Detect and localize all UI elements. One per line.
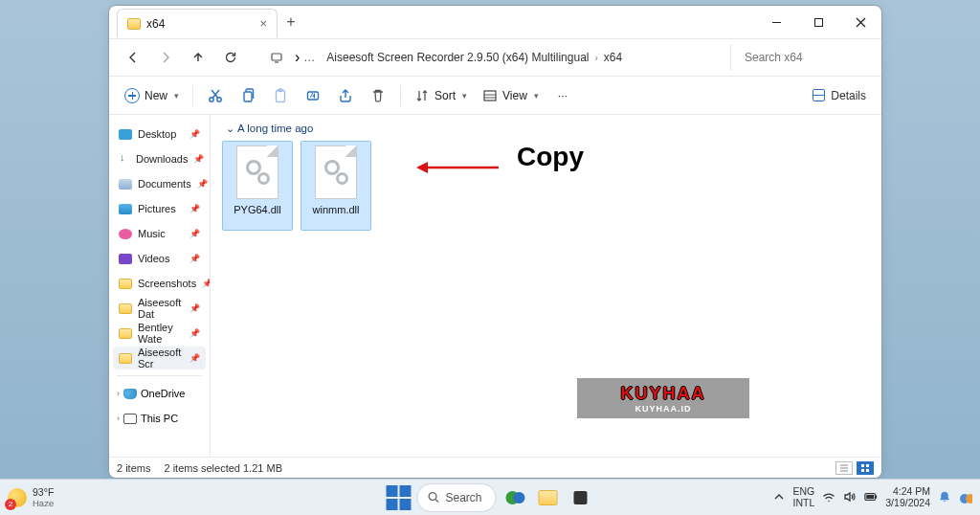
- sidebar-item-documents[interactable]: Documents📌: [113, 172, 206, 195]
- search-input[interactable]: [730, 44, 872, 71]
- folder-icon: [127, 18, 141, 30]
- watermark-title: KUYHAA: [620, 384, 705, 404]
- pin-icon: 📌: [189, 328, 200, 338]
- svg-rect-1: [814, 18, 822, 26]
- tray-expand-icon[interactable]: [772, 490, 786, 505]
- sidebar-tree-thispc[interactable]: ›This PC: [113, 407, 206, 430]
- sort-button[interactable]: Sort▾: [409, 81, 473, 110]
- dll-file-icon: [236, 146, 278, 199]
- divider: [117, 375, 202, 376]
- up-button[interactable]: [184, 43, 212, 72]
- taskbar-search[interactable]: Search: [416, 483, 496, 512]
- tab-x64[interactable]: x64 ×: [117, 9, 278, 37]
- sidebar-item-desktop[interactable]: Desktop📌: [113, 123, 206, 146]
- chevron-right-icon: ›: [295, 49, 300, 66]
- content-pane[interactable]: A long time ago PYG64.dll winmm.dll Copy: [211, 115, 881, 457]
- breadcrumb-current[interactable]: x64: [604, 51, 622, 64]
- new-tab-button[interactable]: +: [278, 13, 304, 31]
- window-controls: [755, 6, 881, 38]
- sidebar-item-bentley-wate[interactable]: Bentley Wate📌: [113, 322, 206, 345]
- svg-rect-9: [277, 90, 285, 101]
- file-item[interactable]: PYG64.dll: [222, 141, 293, 231]
- folder-icon: [539, 490, 558, 505]
- sidebar-item-music[interactable]: Music📌: [113, 222, 206, 245]
- taskbar-file-explorer[interactable]: [535, 484, 562, 511]
- sidebar-item-downloads[interactable]: Downloads📌: [113, 147, 206, 170]
- taskbar: 2 93°F Haze Search ENG INTL 4:24 PM 3/19…: [0, 479, 980, 515]
- folder-icon: [119, 328, 132, 339]
- svg-rect-23: [866, 464, 869, 467]
- badge: 2: [5, 499, 16, 510]
- refresh-button[interactable]: [216, 43, 245, 72]
- tab-title: x64: [146, 17, 165, 31]
- breadcrumb-ellipsis[interactable]: …: [303, 51, 315, 64]
- sidebar-item-aiseesoft-scr[interactable]: Aiseesoft Scr📌: [113, 347, 206, 369]
- view-button[interactable]: View▾: [477, 81, 545, 110]
- forward-button[interactable]: [151, 43, 180, 72]
- status-selection: 2 items selected 1.21 MB: [164, 462, 282, 474]
- wifi-icon[interactable]: [822, 490, 835, 505]
- sidebar-item-aiseesoft-dat[interactable]: Aiseesoft Dat📌: [113, 297, 206, 320]
- share-button[interactable]: [331, 81, 360, 110]
- maximize-button[interactable]: [797, 6, 839, 38]
- file-item[interactable]: winmm.dll: [301, 141, 371, 231]
- delete-button[interactable]: [364, 81, 392, 110]
- battery-icon[interactable]: [864, 490, 878, 505]
- svg-point-6: [210, 97, 213, 101]
- close-window-button[interactable]: [839, 6, 881, 38]
- desktop-icon: [119, 129, 132, 140]
- breadcrumb-parent[interactable]: Aiseesoft Screen Recorder 2.9.50 (x64) M…: [326, 51, 589, 64]
- details-icon: [813, 89, 825, 101]
- svg-rect-14: [484, 91, 496, 101]
- pc-icon[interactable]: [262, 43, 291, 72]
- back-button[interactable]: [119, 43, 147, 72]
- svg-point-7: [217, 97, 221, 101]
- folder-icon: [119, 303, 132, 314]
- rename-button[interactable]: A: [299, 81, 327, 110]
- watermark: KUYHAA KUYHAA.ID: [577, 378, 749, 418]
- language-indicator[interactable]: ENG INTL: [793, 486, 815, 508]
- pin-icon: 📌: [189, 229, 200, 238]
- svg-rect-22: [861, 464, 864, 467]
- svg-line-27: [435, 500, 438, 503]
- new-button[interactable]: New▾: [119, 81, 185, 110]
- svg-rect-24: [861, 469, 864, 472]
- notifications-icon[interactable]: [938, 490, 951, 505]
- cut-button[interactable]: [201, 81, 230, 110]
- paste-button[interactable]: [266, 81, 295, 110]
- svg-marker-18: [416, 162, 428, 173]
- sidebar-item-videos[interactable]: Videos📌: [113, 247, 206, 270]
- group-header[interactable]: A long time ago: [226, 123, 870, 135]
- copilot-icon[interactable]: [959, 490, 972, 505]
- videos-icon: [119, 254, 132, 264]
- sidebar-item-pictures[interactable]: Pictures📌: [113, 197, 206, 220]
- pictures-icon: [119, 204, 132, 214]
- start-button[interactable]: [386, 485, 411, 510]
- sidebar-item-screenshots[interactable]: Screenshots📌: [113, 272, 206, 295]
- view-switch-details[interactable]: [835, 461, 853, 475]
- file-name-label: winmm.dll: [313, 204, 360, 215]
- divider: [192, 85, 193, 106]
- file-explorer-window: x64 × + › … Aiseesoft Screen Recorder 2.…: [108, 5, 882, 479]
- weather-widget[interactable]: 2 93°F Haze: [8, 486, 54, 508]
- svg-point-26: [429, 493, 436, 501]
- view-switch-icons[interactable]: [857, 461, 874, 475]
- taskbar-app-2[interactable]: [568, 484, 594, 511]
- clock[interactable]: 4:24 PM 3/19/2024: [885, 486, 930, 508]
- volume-icon[interactable]: [843, 490, 857, 505]
- system-tray: ENG INTL 4:24 PM 3/19/2024: [772, 486, 972, 508]
- details-button[interactable]: Details: [807, 81, 872, 110]
- taskbar-app-1[interactable]: [502, 484, 529, 511]
- more-button[interactable]: ···: [548, 81, 577, 110]
- sidebar-tree-onedrive[interactable]: ›OneDrive: [113, 382, 206, 405]
- breadcrumb[interactable]: Aiseesoft Screen Recorder 2.9.50 (x64) M…: [326, 51, 719, 64]
- copy-button[interactable]: [234, 81, 262, 110]
- folder-icon: [119, 279, 132, 289]
- close-tab-icon[interactable]: ×: [259, 16, 267, 31]
- svg-rect-33: [866, 494, 874, 498]
- onedrive-icon: [123, 389, 137, 399]
- svg-rect-25: [866, 469, 869, 472]
- pin-icon: 📌: [193, 154, 204, 164]
- pin-icon: 📌: [197, 179, 208, 189]
- minimize-button[interactable]: [755, 6, 797, 38]
